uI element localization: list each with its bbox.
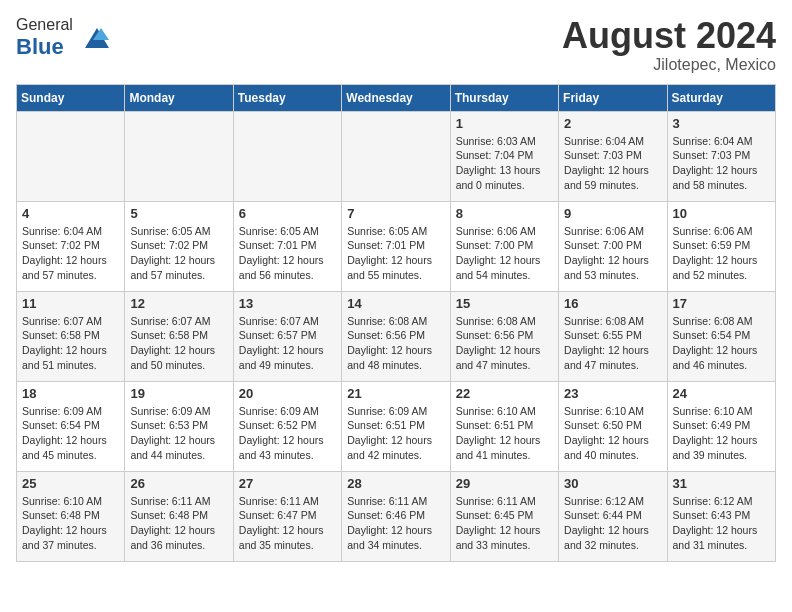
day-info-31: Sunrise: 6:12 AMSunset: 6:43 PMDaylight:… <box>673 494 770 553</box>
header-friday: Friday <box>559 84 667 111</box>
day-info-4: Sunrise: 6:04 AMSunset: 7:02 PMDaylight:… <box>22 224 119 283</box>
day-number-2: 2 <box>564 116 661 131</box>
day-cell-0-5: 2Sunrise: 6:04 AMSunset: 7:03 PMDaylight… <box>559 111 667 201</box>
day-cell-2-6: 17Sunrise: 6:08 AMSunset: 6:54 PMDayligh… <box>667 291 775 381</box>
day-number-10: 10 <box>673 206 770 221</box>
week-row-3: 11Sunrise: 6:07 AMSunset: 6:58 PMDayligh… <box>17 291 776 381</box>
logo-general-text: General <box>16 16 73 33</box>
day-number-27: 27 <box>239 476 336 491</box>
day-number-23: 23 <box>564 386 661 401</box>
day-info-22: Sunrise: 6:10 AMSunset: 6:51 PMDaylight:… <box>456 404 553 463</box>
weekday-header-row: Sunday Monday Tuesday Wednesday Thursday… <box>17 84 776 111</box>
day-cell-2-2: 13Sunrise: 6:07 AMSunset: 6:57 PMDayligh… <box>233 291 341 381</box>
day-cell-2-0: 11Sunrise: 6:07 AMSunset: 6:58 PMDayligh… <box>17 291 125 381</box>
day-info-8: Sunrise: 6:06 AMSunset: 7:00 PMDaylight:… <box>456 224 553 283</box>
day-info-12: Sunrise: 6:07 AMSunset: 6:58 PMDaylight:… <box>130 314 227 373</box>
day-cell-3-5: 23Sunrise: 6:10 AMSunset: 6:50 PMDayligh… <box>559 381 667 471</box>
day-info-17: Sunrise: 6:08 AMSunset: 6:54 PMDaylight:… <box>673 314 770 373</box>
day-cell-1-4: 8Sunrise: 6:06 AMSunset: 7:00 PMDaylight… <box>450 201 558 291</box>
day-number-21: 21 <box>347 386 444 401</box>
day-number-15: 15 <box>456 296 553 311</box>
page-container: General Blue August 2024 Jilotepec, Mexi… <box>16 16 776 562</box>
day-info-2: Sunrise: 6:04 AMSunset: 7:03 PMDaylight:… <box>564 134 661 193</box>
day-info-6: Sunrise: 6:05 AMSunset: 7:01 PMDaylight:… <box>239 224 336 283</box>
day-number-7: 7 <box>347 206 444 221</box>
header-saturday: Saturday <box>667 84 775 111</box>
day-number-11: 11 <box>22 296 119 311</box>
day-cell-0-2 <box>233 111 341 201</box>
day-number-16: 16 <box>564 296 661 311</box>
day-number-8: 8 <box>456 206 553 221</box>
logo: General Blue <box>16 16 111 60</box>
day-info-27: Sunrise: 6:11 AMSunset: 6:47 PMDaylight:… <box>239 494 336 553</box>
day-info-18: Sunrise: 6:09 AMSunset: 6:54 PMDaylight:… <box>22 404 119 463</box>
day-number-13: 13 <box>239 296 336 311</box>
day-number-14: 14 <box>347 296 444 311</box>
day-info-9: Sunrise: 6:06 AMSunset: 7:00 PMDaylight:… <box>564 224 661 283</box>
header-monday: Monday <box>125 84 233 111</box>
day-cell-1-5: 9Sunrise: 6:06 AMSunset: 7:00 PMDaylight… <box>559 201 667 291</box>
day-cell-2-5: 16Sunrise: 6:08 AMSunset: 6:55 PMDayligh… <box>559 291 667 381</box>
day-number-17: 17 <box>673 296 770 311</box>
day-number-28: 28 <box>347 476 444 491</box>
day-info-11: Sunrise: 6:07 AMSunset: 6:58 PMDaylight:… <box>22 314 119 373</box>
day-cell-0-4: 1Sunrise: 6:03 AMSunset: 7:04 PMDaylight… <box>450 111 558 201</box>
day-cell-4-1: 26Sunrise: 6:11 AMSunset: 6:48 PMDayligh… <box>125 471 233 561</box>
week-row-1: 1Sunrise: 6:03 AMSunset: 7:04 PMDaylight… <box>17 111 776 201</box>
day-info-19: Sunrise: 6:09 AMSunset: 6:53 PMDaylight:… <box>130 404 227 463</box>
day-number-20: 20 <box>239 386 336 401</box>
title-area: August 2024 Jilotepec, Mexico <box>562 16 776 74</box>
day-info-7: Sunrise: 6:05 AMSunset: 7:01 PMDaylight:… <box>347 224 444 283</box>
header: General Blue August 2024 Jilotepec, Mexi… <box>16 16 776 74</box>
day-cell-0-3 <box>342 111 450 201</box>
day-cell-1-1: 5Sunrise: 6:05 AMSunset: 7:02 PMDaylight… <box>125 201 233 291</box>
day-info-14: Sunrise: 6:08 AMSunset: 6:56 PMDaylight:… <box>347 314 444 373</box>
day-info-13: Sunrise: 6:07 AMSunset: 6:57 PMDaylight:… <box>239 314 336 373</box>
day-info-20: Sunrise: 6:09 AMSunset: 6:52 PMDaylight:… <box>239 404 336 463</box>
day-cell-4-6: 31Sunrise: 6:12 AMSunset: 6:43 PMDayligh… <box>667 471 775 561</box>
day-info-23: Sunrise: 6:10 AMSunset: 6:50 PMDaylight:… <box>564 404 661 463</box>
day-info-1: Sunrise: 6:03 AMSunset: 7:04 PMDaylight:… <box>456 134 553 193</box>
day-info-28: Sunrise: 6:11 AMSunset: 6:46 PMDaylight:… <box>347 494 444 553</box>
day-info-5: Sunrise: 6:05 AMSunset: 7:02 PMDaylight:… <box>130 224 227 283</box>
day-cell-3-1: 19Sunrise: 6:09 AMSunset: 6:53 PMDayligh… <box>125 381 233 471</box>
day-number-3: 3 <box>673 116 770 131</box>
day-cell-4-2: 27Sunrise: 6:11 AMSunset: 6:47 PMDayligh… <box>233 471 341 561</box>
day-info-21: Sunrise: 6:09 AMSunset: 6:51 PMDaylight:… <box>347 404 444 463</box>
day-number-12: 12 <box>130 296 227 311</box>
day-cell-2-4: 15Sunrise: 6:08 AMSunset: 6:56 PMDayligh… <box>450 291 558 381</box>
day-number-25: 25 <box>22 476 119 491</box>
day-cell-3-4: 22Sunrise: 6:10 AMSunset: 6:51 PMDayligh… <box>450 381 558 471</box>
day-cell-1-2: 6Sunrise: 6:05 AMSunset: 7:01 PMDaylight… <box>233 201 341 291</box>
day-cell-4-3: 28Sunrise: 6:11 AMSunset: 6:46 PMDayligh… <box>342 471 450 561</box>
day-cell-1-6: 10Sunrise: 6:06 AMSunset: 6:59 PMDayligh… <box>667 201 775 291</box>
day-number-22: 22 <box>456 386 553 401</box>
day-cell-4-4: 29Sunrise: 6:11 AMSunset: 6:45 PMDayligh… <box>450 471 558 561</box>
day-number-1: 1 <box>456 116 553 131</box>
day-info-15: Sunrise: 6:08 AMSunset: 6:56 PMDaylight:… <box>456 314 553 373</box>
location: Jilotepec, Mexico <box>562 56 776 74</box>
calendar-table: Sunday Monday Tuesday Wednesday Thursday… <box>16 84 776 562</box>
day-cell-0-1 <box>125 111 233 201</box>
day-number-31: 31 <box>673 476 770 491</box>
week-row-4: 18Sunrise: 6:09 AMSunset: 6:54 PMDayligh… <box>17 381 776 471</box>
day-cell-0-0 <box>17 111 125 201</box>
day-number-29: 29 <box>456 476 553 491</box>
week-row-2: 4Sunrise: 6:04 AMSunset: 7:02 PMDaylight… <box>17 201 776 291</box>
logo-blue-text: Blue <box>16 34 64 59</box>
week-row-5: 25Sunrise: 6:10 AMSunset: 6:48 PMDayligh… <box>17 471 776 561</box>
day-number-6: 6 <box>239 206 336 221</box>
day-number-26: 26 <box>130 476 227 491</box>
day-number-24: 24 <box>673 386 770 401</box>
logo-icon <box>75 20 111 56</box>
day-info-26: Sunrise: 6:11 AMSunset: 6:48 PMDaylight:… <box>130 494 227 553</box>
header-thursday: Thursday <box>450 84 558 111</box>
day-cell-4-0: 25Sunrise: 6:10 AMSunset: 6:48 PMDayligh… <box>17 471 125 561</box>
day-cell-3-3: 21Sunrise: 6:09 AMSunset: 6:51 PMDayligh… <box>342 381 450 471</box>
day-cell-3-0: 18Sunrise: 6:09 AMSunset: 6:54 PMDayligh… <box>17 381 125 471</box>
day-number-18: 18 <box>22 386 119 401</box>
day-cell-0-6: 3Sunrise: 6:04 AMSunset: 7:03 PMDaylight… <box>667 111 775 201</box>
day-info-29: Sunrise: 6:11 AMSunset: 6:45 PMDaylight:… <box>456 494 553 553</box>
day-info-24: Sunrise: 6:10 AMSunset: 6:49 PMDaylight:… <box>673 404 770 463</box>
day-number-5: 5 <box>130 206 227 221</box>
